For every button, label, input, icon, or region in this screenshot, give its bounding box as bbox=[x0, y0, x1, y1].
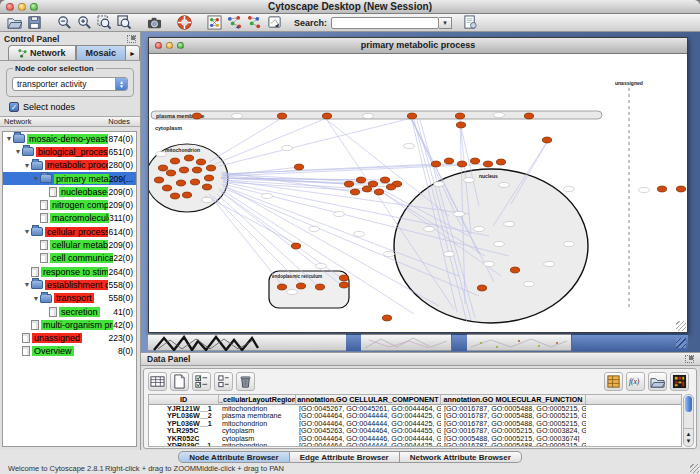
network-node[interactable] bbox=[204, 175, 213, 181]
network-node[interactable] bbox=[456, 122, 465, 128]
tree-row[interactable]: multi-organism pro42(0) bbox=[3, 318, 136, 331]
table-cell[interactable]: cytoplasm bbox=[219, 427, 296, 434]
expand-triangle-icon[interactable]: ▼ bbox=[14, 148, 22, 155]
network-edge[interactable] bbox=[205, 196, 296, 244]
table-cell[interactable]: cytoplasm bbox=[219, 435, 296, 442]
network-node[interactable] bbox=[496, 159, 505, 165]
tab-overflow-arrow-icon[interactable]: ► bbox=[126, 45, 140, 60]
column-header[interactable]: ID bbox=[149, 395, 219, 404]
background-window-titlebar[interactable] bbox=[452, 334, 467, 351]
tree-row-label[interactable]: establishment of lo bbox=[45, 280, 108, 290]
tree-row-label[interactable]: cellular process bbox=[45, 227, 108, 237]
network-node[interactable] bbox=[524, 113, 533, 119]
network-canvas[interactable]: plasma membranecytoplasmmitochondrionnuc… bbox=[149, 54, 687, 332]
tree-row-label[interactable]: macromolecule bbox=[50, 213, 109, 223]
network-node[interactable] bbox=[315, 284, 324, 290]
tab-edge-attribute-browser[interactable]: Edge Attribute Browser bbox=[290, 451, 400, 463]
network-node[interactable] bbox=[179, 167, 188, 173]
network-node[interactable] bbox=[277, 113, 286, 119]
column-header[interactable]: _cellularLayoutRegion bbox=[219, 395, 296, 404]
network-window-resize-grip[interactable] bbox=[676, 321, 686, 331]
table-cell[interactable]: [GO:0016787, GO:0005488, GO:0005215, G..… bbox=[441, 412, 586, 419]
network-node[interactable] bbox=[277, 284, 286, 290]
network-node[interactable] bbox=[368, 181, 377, 187]
tree-row[interactable]: unassigned223(0) bbox=[3, 331, 136, 344]
table-cell[interactable]: [GO:0044464, GO:0044444, GO:0044425, G..… bbox=[296, 442, 441, 447]
network-node[interactable] bbox=[192, 113, 201, 119]
network-node[interactable] bbox=[344, 181, 353, 187]
tree-row[interactable]: ▼establishment of lo558(0) bbox=[3, 278, 136, 291]
expand-triangle-icon[interactable]: ▼ bbox=[23, 228, 31, 235]
network-node[interactable] bbox=[350, 189, 359, 195]
background-window-titlebar[interactable] bbox=[572, 334, 688, 351]
background-window-fragment[interactable] bbox=[361, 334, 451, 351]
tree-row-label[interactable]: transport bbox=[54, 293, 94, 303]
table-cell[interactable]: [GO:0044464, GO:0044444, GO:0044425, G..… bbox=[296, 412, 441, 419]
table-cell[interactable]: YDR039C__1 bbox=[149, 442, 219, 447]
network-edge[interactable] bbox=[223, 164, 488, 176]
table-cell[interactable]: YKR052C bbox=[149, 435, 219, 442]
network-node[interactable] bbox=[477, 285, 486, 291]
network-node[interactable] bbox=[542, 137, 551, 143]
table-cell[interactable]: [GO:0045263, GO:0044464, GO:0044455, G..… bbox=[296, 427, 441, 434]
table-cell[interactable]: YPL036W__1 bbox=[149, 420, 219, 427]
tree-row-label[interactable]: mosaic-demo-yeast bbox=[27, 134, 108, 144]
network-edge[interactable] bbox=[209, 194, 282, 285]
tree-row[interactable]: ▼cellular process614(0) bbox=[3, 225, 136, 238]
function-builder-icon[interactable]: f(x) bbox=[626, 372, 645, 391]
tree-row[interactable]: Overview8(0) bbox=[3, 345, 136, 358]
network-node[interactable] bbox=[455, 113, 464, 119]
tree-row-label[interactable]: cell communicat bbox=[50, 253, 113, 263]
new-attribute-icon[interactable] bbox=[170, 372, 189, 391]
table-cell[interactable]: [GO:0016787, GO:0005488, GO:0005215, G..… bbox=[441, 405, 586, 412]
open-file-icon[interactable] bbox=[6, 15, 23, 31]
table-cell[interactable]: mitochondrion bbox=[219, 442, 296, 447]
table-row[interactable]: YJR121W__1mitochondrion[GO:0045267, GO:0… bbox=[149, 405, 681, 412]
network-node[interactable] bbox=[470, 158, 479, 164]
network-node[interactable] bbox=[162, 185, 171, 191]
network-node[interactable] bbox=[339, 282, 348, 288]
expand-triangle-icon[interactable]: ▼ bbox=[32, 175, 40, 182]
save-session-icon[interactable] bbox=[26, 15, 43, 31]
network-node[interactable] bbox=[382, 315, 391, 321]
table-cell[interactable]: plasma membrane bbox=[219, 412, 296, 419]
expand-triangle-icon[interactable]: ▼ bbox=[23, 162, 31, 169]
network-node[interactable] bbox=[192, 167, 201, 173]
tree-row-label[interactable]: biological_process bbox=[36, 147, 108, 157]
network-node[interactable] bbox=[431, 161, 440, 167]
network-node[interactable] bbox=[296, 283, 305, 289]
vizmapper-icon[interactable] bbox=[206, 15, 223, 31]
tree-row[interactable]: nitrogen compo209(0) bbox=[3, 198, 136, 211]
help-icon[interactable] bbox=[176, 15, 193, 31]
network-node[interactable] bbox=[196, 159, 205, 165]
network-window-titlebar[interactable]: primary metabolic process bbox=[149, 38, 687, 54]
delete-attribute-icon[interactable] bbox=[236, 372, 255, 391]
table-row[interactable]: YPL036W__1mitochondrion[GO:0044464, GO:0… bbox=[149, 420, 681, 427]
background-window-titlebar[interactable] bbox=[346, 334, 361, 351]
network-node[interactable] bbox=[510, 267, 519, 273]
table-cell[interactable]: [GO:0005488, GO:0005215, GO:0003674] bbox=[441, 435, 586, 442]
search-dropdown-icon[interactable]: ▾ bbox=[439, 17, 452, 29]
tree-row[interactable]: response to stimulu264(0) bbox=[3, 265, 136, 278]
network-view-window[interactable]: primary metabolic process plasma membran… bbox=[148, 37, 688, 333]
tree-row[interactable]: nucleobase-209(0) bbox=[3, 185, 136, 198]
column-header[interactable]: annotation.GO CELLULAR_COMPONENT bbox=[296, 395, 441, 404]
network-node[interactable] bbox=[386, 184, 395, 190]
tree-row[interactable]: macromolecule311(0) bbox=[3, 212, 136, 225]
tree-row-label[interactable]: response to stimulu bbox=[41, 267, 108, 277]
network-node[interactable] bbox=[294, 164, 303, 170]
import-attributes-icon[interactable] bbox=[648, 372, 667, 391]
network-node[interactable] bbox=[356, 177, 365, 183]
tree-row[interactable]: cellular metabo209(0) bbox=[3, 238, 136, 251]
network-node[interactable] bbox=[322, 113, 331, 119]
table-cell[interactable]: YLR295C bbox=[149, 427, 219, 434]
merge-network-icon[interactable] bbox=[246, 15, 263, 31]
network-node[interactable] bbox=[206, 165, 215, 171]
table-cell[interactable]: [GO:0016787, GO:0005488, GO:0005215, G..… bbox=[441, 420, 586, 427]
network-node[interactable] bbox=[676, 186, 685, 192]
background-window-fragment[interactable] bbox=[148, 334, 346, 351]
table-cell[interactable]: [GO:0016787, GO:0005488, GO:0005215, G..… bbox=[441, 442, 586, 447]
heatmap-icon[interactable] bbox=[670, 372, 689, 391]
import-network-icon[interactable] bbox=[226, 15, 243, 31]
float-panel-icon[interactable] bbox=[127, 35, 136, 43]
